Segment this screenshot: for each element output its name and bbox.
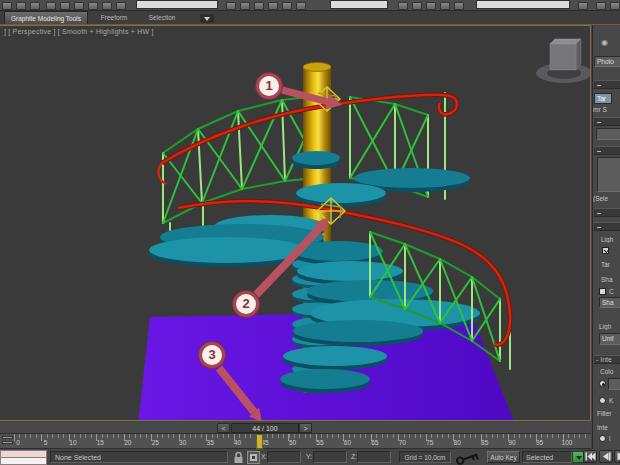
lumens-radio[interactable] xyxy=(599,435,606,442)
color-group-label: Colo xyxy=(600,368,620,375)
toolbar-icon[interactable] xyxy=(30,2,40,10)
toolbar-icon[interactable] xyxy=(2,2,12,10)
time-slider-track[interactable]: < 44 / 100 > xyxy=(0,422,591,434)
x-coordinate-input[interactable] xyxy=(267,451,301,463)
perspective-viewport[interactable]: ] [ Perspective ] [ Smooth + Highlights … xyxy=(0,25,591,421)
toolbar-icon[interactable] xyxy=(102,2,112,10)
collapse-icon xyxy=(597,213,601,214)
toolbar-icon[interactable] xyxy=(16,2,26,10)
toolbar-icon[interactable] xyxy=(398,2,408,10)
create-panel-icon[interactable]: ◉ xyxy=(601,38,608,47)
callout-3-badge: 3 xyxy=(199,342,225,368)
mini-listener-grip-icon[interactable] xyxy=(2,436,13,446)
callout-1-badge: 1 xyxy=(256,73,282,99)
ruler-tick-label: 5 xyxy=(44,439,48,446)
y-coordinate-input[interactable] xyxy=(313,451,347,463)
ruler-tick-label: 80 xyxy=(454,439,461,446)
rollout-general-parameters[interactable] xyxy=(594,208,620,217)
time-slider-next-button[interactable]: > xyxy=(299,423,312,433)
absolute-offset-mode-icon[interactable] xyxy=(247,451,260,464)
set-key-button[interactable] xyxy=(455,452,481,465)
toolbar-icon[interactable] xyxy=(296,2,306,10)
key-filter-dropdown[interactable]: Selected xyxy=(522,451,572,463)
ruler-tick-label: 75 xyxy=(426,439,433,446)
main-toolbar xyxy=(0,0,620,11)
toolbar-icon[interactable] xyxy=(610,2,620,10)
tab-freeform[interactable]: Freeform xyxy=(90,11,138,24)
z-coordinate-input[interactable] xyxy=(357,451,391,463)
toolbar-icon[interactable] xyxy=(116,2,126,10)
toolbar-icon[interactable] xyxy=(88,2,98,10)
toolbar-icon[interactable] xyxy=(226,2,236,10)
go-to-start-button[interactable] xyxy=(583,450,597,463)
kelvin-radio[interactable] xyxy=(599,397,606,404)
rollout-intensity-color-attenuation[interactable]: - Inte xyxy=(594,355,620,364)
rollout-object-type[interactable] xyxy=(594,80,620,89)
ruler-tick-label: 10 xyxy=(69,439,76,446)
toolbar-icon[interactable] xyxy=(578,2,588,10)
rollout-name-color[interactable] xyxy=(594,117,620,126)
intensity-group-label: Inte xyxy=(597,424,620,431)
toolbar-icon[interactable] xyxy=(254,2,264,10)
time-slider-handle[interactable]: 44 / 100 xyxy=(231,423,299,433)
scene-3d-spiral-staircase[interactable] xyxy=(0,26,591,421)
timeline-ruler[interactable]: 0510152025303540455055606570758085909510… xyxy=(0,434,591,449)
toolbar-icon[interactable] xyxy=(46,2,56,10)
rollout-templates[interactable] xyxy=(594,146,620,155)
selection-lock-icon[interactable] xyxy=(233,451,244,464)
templates-listbox[interactable] xyxy=(597,157,620,192)
maxscript-mini-listener-input[interactable] xyxy=(0,458,47,465)
current-time-marker[interactable] xyxy=(256,434,263,449)
chevron-down-icon xyxy=(204,17,210,21)
toolbar-icon[interactable] xyxy=(282,2,292,10)
toolbar-icon[interactable] xyxy=(268,2,278,10)
ruler-tick-label: 50 xyxy=(289,439,296,446)
tab-graphite-modeling-tools[interactable]: Graphite Modeling Tools xyxy=(4,11,88,24)
color-preset-dropdown[interactable] xyxy=(608,378,620,390)
light-on-checkbox[interactable] xyxy=(602,247,609,254)
collapse-icon xyxy=(597,85,601,86)
mr-sky-portal-button[interactable]: mr S xyxy=(593,106,620,113)
collapse-icon xyxy=(597,151,601,152)
name-field[interactable] xyxy=(596,128,620,140)
rollout-light-properties[interactable] xyxy=(594,222,620,231)
named-selection-dropdown[interactable] xyxy=(476,0,570,9)
y-coordinate-label: Y: xyxy=(306,453,312,460)
maxscript-mini-listener[interactable] xyxy=(0,450,47,458)
toolbar-icon[interactable] xyxy=(454,2,464,10)
play-button[interactable] xyxy=(614,450,620,463)
distribution-dropdown[interactable]: Unif xyxy=(599,333,620,345)
time-slider-prev-button[interactable]: < xyxy=(217,423,230,433)
selection-filter-dropdown[interactable] xyxy=(136,0,218,9)
ruler-tick-label: 40 xyxy=(234,439,241,446)
shadows-on-label: C xyxy=(609,288,620,295)
toolbar-icon[interactable] xyxy=(240,2,250,10)
tab-selection[interactable]: Selection xyxy=(140,11,184,24)
reference-coordinate-dropdown[interactable] xyxy=(330,0,388,9)
light-distribution-label: Ligh xyxy=(599,323,620,330)
shadows-on-checkbox[interactable] xyxy=(599,288,606,295)
toolbar-icon[interactable] xyxy=(74,2,84,10)
target-light-button[interactable]: Tar xyxy=(594,93,612,104)
toolbar-icon[interactable] xyxy=(60,2,70,10)
ruler-tick-label: 65 xyxy=(371,439,378,446)
toolbar-icon[interactable] xyxy=(596,2,606,10)
lumens-label: l xyxy=(609,435,620,442)
viewport-label[interactable]: ] [ Perspective ] [ Smooth + Highlights … xyxy=(4,28,154,35)
viewcube[interactable] xyxy=(536,39,591,83)
photometric-dropdown[interactable]: Photo xyxy=(594,56,620,67)
chevron-down-icon xyxy=(576,456,582,460)
toolbar-icon[interactable] xyxy=(412,2,422,10)
status-bar: None Selected X: Y: Z: Grid = 10,0cm Aut… xyxy=(0,449,620,465)
ribbon-tab-bar: Graphite Modeling Tools Freeform Selecti… xyxy=(0,11,620,25)
auto-key-button[interactable]: Auto Key xyxy=(487,451,520,463)
targeted-label: Tar xyxy=(601,261,620,268)
toolbar-icon[interactable] xyxy=(440,2,450,10)
ruler-tick-label: 60 xyxy=(344,439,351,446)
color-preset-radio[interactable] xyxy=(599,380,606,387)
toolbar-icon[interactable] xyxy=(426,2,436,10)
ruler-tick-label: 15 xyxy=(97,439,104,446)
previous-frame-button[interactable] xyxy=(599,450,613,463)
ribbon-overflow-button[interactable] xyxy=(200,14,214,23)
shadow-map-dropdown[interactable]: Sha xyxy=(599,297,620,308)
